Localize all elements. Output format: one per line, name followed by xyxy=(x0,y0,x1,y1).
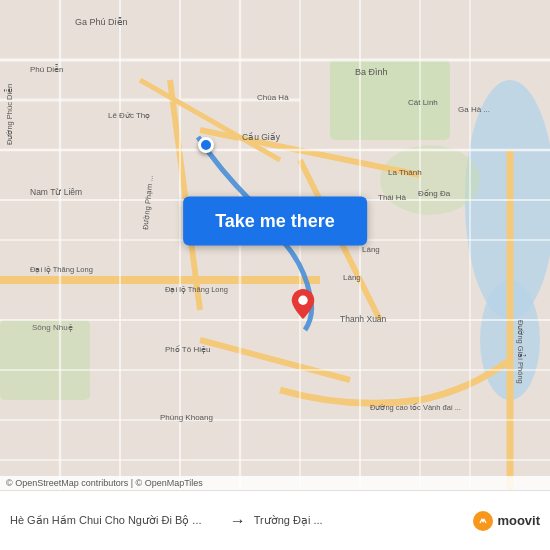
svg-text:Cát Linh: Cát Linh xyxy=(408,98,438,107)
svg-text:Ga Hà ...: Ga Hà ... xyxy=(458,105,490,114)
to-label: Trường Đại ... xyxy=(254,514,466,527)
map-background: Ga Phú Diễn Phú Diễn Lê Đức Thọ Ba Đình … xyxy=(0,0,550,490)
arrow-icon: → xyxy=(230,512,246,530)
moovit-branding: moovit xyxy=(473,511,540,531)
moovit-logo-icon xyxy=(473,511,493,531)
svg-text:Thái Hà: Thái Hà xyxy=(378,193,407,202)
svg-rect-0 xyxy=(0,0,550,490)
svg-text:Nam Từ Liêm: Nam Từ Liêm xyxy=(30,187,82,197)
attribution: © OpenStreetMap contributors | © OpenMap… xyxy=(0,476,550,490)
destination-marker xyxy=(291,289,315,319)
svg-text:Ga Phú Diễn: Ga Phú Diễn xyxy=(75,17,128,27)
svg-text:Phú Diễn: Phú Diễn xyxy=(30,64,63,74)
svg-text:Đống Đa: Đống Đa xyxy=(418,189,451,198)
svg-text:Đại lộ Thăng Long: Đại lộ Thăng Long xyxy=(30,265,93,274)
svg-text:Lê Đức Thọ: Lê Đức Thọ xyxy=(108,111,150,120)
svg-text:Đại lộ Thăng Long: Đại lộ Thăng Long xyxy=(165,285,228,294)
moovit-text: moovit xyxy=(497,513,540,528)
svg-text:Phùng Khoang: Phùng Khoang xyxy=(160,413,213,422)
svg-point-54 xyxy=(298,296,307,305)
from-label: Hè Gần Hầm Chui Cho Người Đi Bộ ... xyxy=(10,514,222,527)
map-container: Ga Phú Diễn Phú Diễn Lê Đức Thọ Ba Đình … xyxy=(0,0,550,490)
svg-text:Ba Đình: Ba Đình xyxy=(355,67,388,77)
svg-point-5 xyxy=(380,145,480,215)
svg-text:Sông Nhuệ: Sông Nhuệ xyxy=(32,323,73,332)
svg-text:La Thành: La Thành xyxy=(388,168,422,177)
svg-text:Đường cao tốc Vành đai ...: Đường cao tốc Vành đai ... xyxy=(370,403,461,412)
svg-text:Chùa Hà: Chùa Hà xyxy=(257,93,289,102)
svg-text:Cầu Giấy: Cầu Giấy xyxy=(242,132,281,142)
svg-text:Láng: Láng xyxy=(343,273,361,282)
svg-text:Láng: Láng xyxy=(362,245,380,254)
svg-text:Thanh Xuân: Thanh Xuân xyxy=(340,314,387,324)
svg-text:Phố Tô Hiệu: Phố Tô Hiệu xyxy=(165,345,210,354)
svg-text:Đường Giải Phóng: Đường Giải Phóng xyxy=(516,320,526,384)
take-me-there-button[interactable]: Take me there xyxy=(183,196,367,245)
svg-rect-4 xyxy=(0,320,90,400)
svg-text:Đường Phúc Diễn: Đường Phúc Diễn xyxy=(4,84,14,145)
bottom-bar: Hè Gần Hầm Chui Cho Người Đi Bộ ... → Tr… xyxy=(0,490,550,550)
